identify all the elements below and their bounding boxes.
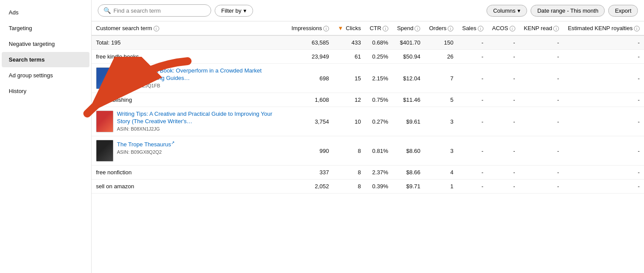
info-icon[interactable]: i [553,26,559,31]
sort-arrow-icon: ▼ [338,25,345,31]
cell-1-row-0: 61 [333,50,365,64]
cell-8-row-4: - [563,136,644,166]
product-thumbnail [96,140,113,162]
cell-2-row-0: 0.25% [365,50,393,64]
total-row: Total: 19563,5854330.68%$401.70150---- [92,35,644,50]
product-asin: ASIN: B08TZJQ1FB [117,83,283,88]
cell-4-row-3: 3 [425,107,458,136]
cell-search-term-2: self publishing [92,93,287,107]
cell-search-term-4: The Trope Thesaurus↗ASIN: B09GX8Q2Q2 [92,136,287,166]
cell-3-row-0: $50.94 [393,50,425,64]
cell-0-row-3: 3,754 [287,107,333,136]
external-link-icon: ↗ [171,140,175,145]
product-info: The Trope Thesaurus↗ASIN: B09GX8Q2Q2 [117,140,175,155]
cell-search-term-0: free kindle books [92,50,287,64]
cell-8-row-0: - [563,50,644,64]
col-header-clicks[interactable]: ▼ Clicks [333,21,365,35]
sidebar-item-targeting[interactable]: Targeting [2,21,89,36]
product-cell: How to Market a Book: Overperform in a C… [96,67,283,89]
product-thumbnail [96,67,113,89]
sidebar-item-negative-targeting[interactable]: Negative targeting [2,36,89,52]
cell-2-row-2: 0.75% [365,93,393,107]
date-range-button[interactable]: Date range - This month [531,5,605,17]
info-icon[interactable]: i [510,26,515,31]
info-icon[interactable]: i [154,26,159,31]
info-icon[interactable]: i [414,26,420,31]
cell-4-row-6: 1 [425,180,458,194]
info-icon[interactable]: i [323,26,329,31]
info-icon[interactable]: i [448,26,453,31]
cell-6-row-3: - [488,107,520,136]
product-asin: ASIN: B09GX8Q2Q2 [117,149,175,155]
export-button[interactable]: Export [608,5,638,17]
cell-4-row-0: 26 [425,50,458,64]
filter-label: Filter by [221,7,241,14]
search-input[interactable] [113,7,206,14]
cell-3-row-4: $8.60 [393,136,425,166]
cell-2-row-6: 0.39% [365,180,393,194]
total-cell-1: 63,585 [287,35,333,50]
columns-button[interactable]: Columns ▾ [486,5,527,17]
cell-8-row-6: - [563,180,644,194]
total-cell-8: - [520,35,564,50]
product-title[interactable]: How to Market a Book: Overperform in a C… [117,67,283,82]
cell-6-row-2: - [488,93,520,107]
sidebar-item-history[interactable]: History [2,83,89,99]
search-box[interactable]: 🔍 [98,4,211,17]
cell-7-row-0: - [520,50,564,64]
total-cell-3: 0.68% [365,35,393,50]
cell-2-row-4: 0.81% [365,136,393,166]
cell-6-row-6: - [488,180,520,194]
total-cell-2: 433 [333,35,365,50]
cell-search-term-6: sell on amazon [92,180,287,194]
col-header-kenp-read: KENP readi [520,21,564,35]
info-icon[interactable]: i [634,26,640,31]
sidebar-item-search-terms[interactable]: Search terms [2,52,89,67]
sidebar-item-ad-group-settings[interactable]: Ad group settings [2,68,89,83]
cell-8-row-1: - [563,64,644,93]
info-icon[interactable]: i [478,26,483,31]
cell-6-row-0: - [488,50,520,64]
cell-2-row-1: 2.15% [365,64,393,93]
table-row: self publishing1,608120.75%$11.465---- [92,93,644,107]
search-icon: 🔍 [103,7,111,14]
info-icon[interactable]: i [383,26,388,31]
cell-5-row-0: - [458,50,488,64]
toolbar: 🔍 Filter by ▾ Columns ▾ Date range - Thi… [92,0,644,21]
chevron-down-icon: ▾ [517,7,521,14]
main-content: 🔍 Filter by ▾ Columns ▾ Date range - Thi… [92,0,644,273]
cell-0-row-4: 990 [287,136,333,166]
cell-5-row-5: - [458,166,488,180]
cell-7-row-2: - [520,93,564,107]
cell-0-row-0: 23,949 [287,50,333,64]
chevron-down-icon: ▾ [243,7,247,14]
cell-5-row-4: - [458,136,488,166]
table-row: sell on amazon2,05280.39%$9.711---- [92,180,644,194]
product-title[interactable]: The Trope Thesaurus↗ [117,140,175,149]
search-terms-table: Customer search termiImpressionsi▼ Click… [92,21,644,194]
cell-6-row-4: - [488,136,520,166]
cell-search-term-3: Writing Tips: A Creative and Practical G… [92,107,287,136]
col-header-ctr: CTRi [365,21,393,35]
cell-search-term-1: How to Market a Book: Overperform in a C… [92,64,287,93]
table-row: The Trope Thesaurus↗ASIN: B09GX8Q2Q29908… [92,136,644,166]
table-container: Customer search termiImpressionsi▼ Click… [92,21,644,273]
product-title[interactable]: Writing Tips: A Creative and Practical G… [117,111,283,125]
total-cell-5: 150 [425,35,458,50]
cell-3-row-6: $9.71 [393,180,425,194]
cell-3-row-5: $8.66 [393,166,425,180]
product-info: How to Market a Book: Overperform in a C… [117,67,283,88]
cell-7-row-6: - [520,180,564,194]
total-cell-6: - [458,35,488,50]
cell-3-row-3: $9.61 [393,107,425,136]
filter-by-button[interactable]: Filter by ▾ [215,5,253,17]
cell-5-row-6: - [458,180,488,194]
table-header: Customer search termiImpressionsi▼ Click… [92,21,644,35]
sidebar-item-ads[interactable]: Ads [2,5,89,20]
col-header-orders: Ordersi [425,21,458,35]
product-cell: Writing Tips: A Creative and Practical G… [96,111,283,132]
cell-3-row-2: $11.46 [393,93,425,107]
col-header-acos: ACOSi [488,21,520,35]
daterange-label: Date range - This month [537,7,598,14]
cell-7-row-3: - [520,107,564,136]
